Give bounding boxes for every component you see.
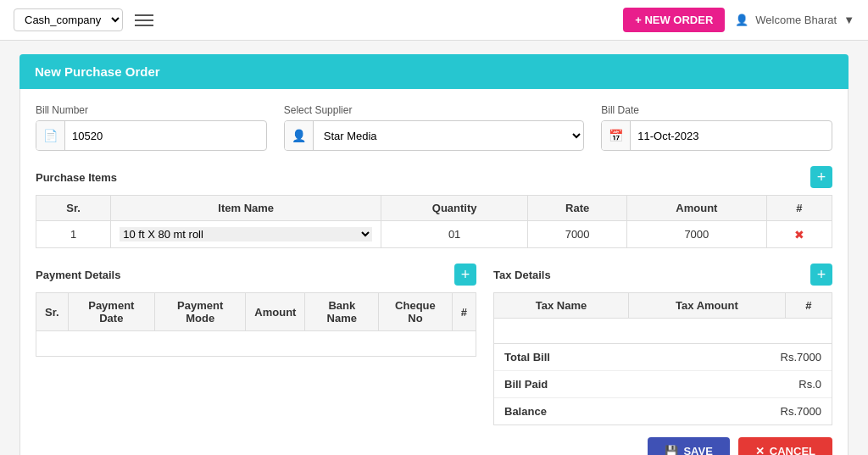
payment-header-row: Sr. Payment Date Payment Mode Amount Ban… [36,293,476,331]
bill-paid-row: Bill Paid Rs.0 [494,371,832,398]
bill-paid-value: Rs.0 [798,378,821,391]
tax-empty-row [494,319,832,344]
new-order-button[interactable]: + NEW ORDER [623,8,725,32]
payment-empty-row [36,331,476,357]
form-title: New Purchase Order [19,54,849,89]
tax-col-amount: Tax Amount [629,293,786,319]
hamburger-menu[interactable] [135,14,153,26]
tax-col-action: # [785,293,832,319]
pay-col-mode: Payment Mode [155,293,246,331]
col-action: # [766,196,832,221]
form-body: Bill Number 📄 Select Supplier 👤 Star Med… [19,89,849,455]
tax-header-row: Tax Name Tax Amount # [494,293,832,319]
save-icon: 💾 [665,445,678,455]
user-dropdown-icon[interactable]: ▼ [843,14,854,26]
item-name-cell[interactable]: 10 ft X 80 mt roll [111,221,381,248]
col-item-name: Item Name [111,196,381,221]
tax-col-name: Tax Name [494,293,629,319]
pay-col-date: Payment Date [68,293,154,331]
user-icon: 👤 [735,14,748,26]
add-purchase-item-button[interactable]: + [810,166,832,188]
supplier-group: Select Supplier 👤 Star Media [284,104,585,151]
total-bill-label: Total Bill [504,351,550,363]
user-info: 👤 Welcome Bharat ▼ [735,14,854,26]
col-amount: Amount [627,196,766,221]
payment-header: Payment Details + [36,264,476,286]
bill-number-wrapper: 📄 [36,120,267,151]
date-group: Bill Date 📅 [601,104,832,151]
nav-left: Cash_company [14,8,153,31]
total-bill-value: Rs.7000 [781,351,821,363]
bill-icon: 📄 [36,121,65,150]
item-sr: 1 [36,221,111,248]
payment-title: Payment Details [36,269,120,281]
payment-table: Sr. Payment Date Payment Mode Amount Ban… [36,292,476,357]
supplier-icon: 👤 [285,121,314,150]
add-payment-button[interactable]: + [454,264,476,286]
bill-number-input[interactable] [65,125,266,147]
supplier-wrapper: 👤 Star Media [284,120,585,151]
action-buttons: 💾 SAVE ✕ CANCEL [493,437,832,455]
pay-col-sr: Sr. [36,293,69,331]
delete-icon[interactable]: ✖ [794,228,804,241]
item-name-select[interactable]: 10 ft X 80 mt roll [120,227,372,241]
save-label: SAVE [683,445,712,455]
bill-number-label: Bill Number [36,104,267,116]
item-delete[interactable]: ✖ [766,221,832,248]
tax-header: Tax Details + [493,264,832,286]
col-quantity: Quantity [381,196,528,221]
balance-row: Balance Rs.7000 [494,398,832,424]
purchase-items-table: Sr. Item Name Quantity Rate Amount # 1 1… [36,195,832,248]
item-quantity: 01 [381,221,528,248]
summary-rows: Total Bill Rs.7000 Bill Paid Rs.0 Balanc… [493,344,832,425]
item-rate: 7000 [528,221,627,248]
top-navigation: Cash_company + NEW ORDER 👤 Welcome Bhara… [0,0,868,41]
date-input[interactable] [631,125,832,147]
total-bill-row: Total Bill Rs.7000 [494,344,832,371]
welcome-text: Welcome Bharat [755,14,837,26]
pay-col-amount: Amount [246,293,305,331]
add-tax-button[interactable]: + [810,264,832,286]
pay-col-cheque: Cheque No [379,293,453,331]
date-label: Bill Date [601,104,832,116]
bottom-section: Payment Details + Sr. Payment Date Payme… [36,264,832,455]
page-content: New Purchase Order Bill Number 📄 Select … [6,41,862,455]
item-amount: 7000 [627,221,766,248]
purchase-items-header: Purchase Items + [36,166,832,188]
company-select[interactable]: Cash_company [14,8,123,31]
cancel-label: CANCEL [770,445,815,455]
col-rate: Rate [528,196,627,221]
tax-table: Tax Name Tax Amount # [493,292,832,344]
balance-value: Rs.7000 [781,405,821,418]
pay-col-action: # [452,293,476,331]
col-sr: Sr. [36,196,111,221]
pay-col-bank: Bank Name [305,293,379,331]
calendar-icon: 📅 [602,121,631,150]
date-wrapper: 📅 [601,120,832,151]
cancel-icon: ✕ [755,445,765,455]
save-button[interactable]: 💾 SAVE [648,437,729,455]
purchase-items-section: Purchase Items + Sr. Item Name Quantity … [36,166,832,248]
payment-table-wrapper: Sr. Payment Date Payment Mode Amount Ban… [36,292,476,357]
tax-title: Tax Details [493,269,551,281]
supplier-label: Select Supplier [284,104,585,116]
balance-label: Balance [504,405,547,418]
payment-section: Payment Details + Sr. Payment Date Payme… [36,264,476,455]
purchase-items-title: Purchase Items [36,171,117,184]
supplier-select[interactable]: Star Media [314,124,584,148]
bill-number-group: Bill Number 📄 [36,104,267,151]
tax-section: Tax Details + Tax Name Tax Amount # [493,264,832,455]
form-fields-row: Bill Number 📄 Select Supplier 👤 Star Med… [36,104,832,151]
cancel-button[interactable]: ✕ CANCEL [738,437,832,455]
bill-paid-label: Bill Paid [504,378,548,391]
purchase-items-header-row: Sr. Item Name Quantity Rate Amount # [36,196,832,221]
purchase-item-row: 1 10 ft X 80 mt roll 01 7000 7000 ✖ [36,221,832,248]
